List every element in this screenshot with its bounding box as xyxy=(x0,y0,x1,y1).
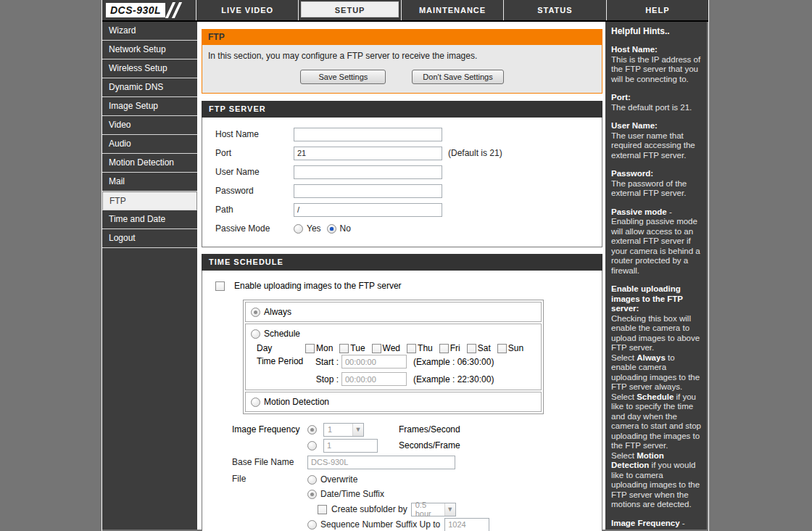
datetime-suffix-radio[interactable] xyxy=(307,490,317,499)
create-subfolder-checkbox[interactable] xyxy=(318,505,327,514)
password-input[interactable] xyxy=(294,184,442,198)
sidebar-item-ftp[interactable]: FTP xyxy=(102,192,197,210)
start-time-input[interactable] xyxy=(341,355,407,369)
overwrite-radio[interactable] xyxy=(307,475,317,485)
logo-cell: DCS-930L xyxy=(102,0,196,20)
day-item-sat: Sat xyxy=(467,343,491,353)
sidebar-item-wireless-setup[interactable]: Wireless Setup xyxy=(102,59,197,78)
always-label: Always xyxy=(264,307,291,317)
frames-per-second-radio[interactable] xyxy=(307,425,317,435)
day-checkbox-wed[interactable] xyxy=(372,344,381,353)
schedule-label: Schedule xyxy=(264,329,300,339)
sidebar-item-image-setup[interactable]: Image Setup xyxy=(102,97,197,116)
day-checkbox-sun[interactable] xyxy=(497,344,507,353)
sidebar-item-dynamic-dns[interactable]: Dynamic DNS xyxy=(102,78,197,97)
passive-mode-no-label: No xyxy=(340,223,351,234)
sequence-suffix-radio[interactable] xyxy=(307,520,317,530)
help-sections: Host Name:This is the IP address of the … xyxy=(611,45,701,530)
port-default-note: (Default is 21) xyxy=(448,148,502,158)
app-frame: DCS-930L LIVE VIDEOSETUPMAINTENANCESTATU… xyxy=(102,0,709,531)
tab-help[interactable]: HELP xyxy=(607,0,708,20)
help-section: Image Frequency - User can choose and de… xyxy=(611,519,701,530)
save-settings-button[interactable]: Save Settings xyxy=(300,70,386,84)
motion-detection-radio[interactable] xyxy=(251,398,260,407)
sidebar-item-network-setup[interactable]: Network Setup xyxy=(102,41,197,59)
subfolder-interval-select[interactable]: 0.5 hour ▼ xyxy=(411,503,456,516)
day-item-tue: Tue xyxy=(339,343,365,353)
stop-time-input[interactable] xyxy=(341,372,407,386)
day-checkbox-tue[interactable] xyxy=(339,344,349,353)
sequence-suffix-label: Sequence Number Suffix Up to xyxy=(320,519,440,530)
chevron-down-icon: ▼ xyxy=(444,503,455,516)
day-label-wed: Wed xyxy=(383,343,400,353)
sidebar-item-video[interactable]: Video xyxy=(102,116,197,135)
help-section: Enable uploading images to the FTP serve… xyxy=(611,284,701,510)
tab-status[interactable]: STATUS xyxy=(504,0,606,20)
day-checkbox-thu[interactable] xyxy=(407,344,416,353)
file-label: File xyxy=(232,472,307,484)
user-name-input[interactable] xyxy=(294,165,442,179)
schedule-radio[interactable] xyxy=(251,329,260,339)
base-file-name-label: Base File Name xyxy=(232,457,307,467)
sidebar-item-motion-detection[interactable]: Motion Detection xyxy=(102,154,197,173)
day-label-sat: Sat xyxy=(478,343,491,353)
sidebar-item-audio[interactable]: Audio xyxy=(102,135,197,154)
seconds-per-frame-unit: Seconds/Frame xyxy=(399,440,460,450)
time-period-label: Time Period xyxy=(257,355,307,366)
day-item-fri: Fri xyxy=(439,343,460,353)
time-schedule-header: TIME SCHEDULE xyxy=(202,254,602,271)
tab-maintenance[interactable]: MAINTENANCE xyxy=(402,0,504,20)
user-name-label: User Name xyxy=(215,167,294,177)
help-section: Host Name:This is the IP address of the … xyxy=(611,45,701,84)
path-label: Path xyxy=(215,205,294,215)
body: WizardNetwork SetupWireless SetupDynamic… xyxy=(102,22,708,530)
motion-detection-label: Motion Detection xyxy=(264,397,329,407)
password-label: Password xyxy=(215,186,294,196)
ftp-intro-title: FTP xyxy=(202,30,602,45)
frames-per-second-unit: Frames/Second xyxy=(399,424,460,435)
host-name-input[interactable] xyxy=(294,128,442,141)
path-input[interactable] xyxy=(294,203,442,217)
sidebar-item-mail[interactable]: Mail xyxy=(102,173,197,192)
base-file-name-input[interactable] xyxy=(307,456,455,469)
day-item-thu: Thu xyxy=(407,343,433,353)
brand-logo: DCS-930L xyxy=(106,3,165,17)
tab-setup[interactable]: SETUP xyxy=(299,0,401,20)
day-checkbox-group: MonTueWedThuFriSatSun xyxy=(305,343,523,353)
image-frequency-label: Image Frequency xyxy=(232,424,307,435)
port-label: Port xyxy=(215,148,294,158)
tab-live-video[interactable]: LIVE VIDEO xyxy=(196,0,299,20)
page: DCS-930L LIVE VIDEOSETUPMAINTENANCESTATU… xyxy=(0,0,812,531)
chevron-down-icon: ▼ xyxy=(352,424,363,436)
day-checkbox-mon[interactable] xyxy=(305,344,315,353)
passive-mode-no-radio[interactable] xyxy=(327,224,336,234)
day-label-tue: Tue xyxy=(350,343,365,353)
seconds-per-frame-input[interactable] xyxy=(323,439,378,453)
start-label: Start : xyxy=(307,357,339,367)
ftp-intro-description: In this section, you may configure a FTP… xyxy=(208,51,596,61)
create-subfolder-label: Create subfolder by xyxy=(331,504,407,514)
frames-per-second-select[interactable]: 1 ▼ xyxy=(323,423,364,437)
sidebar-item-logout[interactable]: Logout xyxy=(102,229,197,248)
port-input[interactable] xyxy=(294,147,442,160)
day-label-fri: Fri xyxy=(450,343,460,353)
day-checkbox-fri[interactable] xyxy=(439,344,449,353)
ftp-intro-panel: FTP In this section, you may configure a… xyxy=(202,29,602,94)
dont-save-settings-button[interactable]: Don't Save Settings xyxy=(412,70,503,84)
nav-tabs: LIVE VIDEOSETUPMAINTENANCESTATUSHELP xyxy=(196,0,708,20)
ftp-server-header: FTP SERVER xyxy=(202,101,602,118)
passive-mode-yes-label: Yes xyxy=(307,223,321,234)
day-checkbox-sat[interactable] xyxy=(467,344,476,353)
ftp-server-section: FTP SERVER Host Name Port (Default is 21… xyxy=(202,101,602,247)
top-nav: DCS-930L LIVE VIDEOSETUPMAINTENANCESTATU… xyxy=(102,0,708,22)
seconds-per-frame-radio[interactable] xyxy=(307,441,317,450)
day-item-sun: Sun xyxy=(497,343,523,353)
sidebar-item-time-and-date[interactable]: Time and Date xyxy=(102,210,197,229)
passive-mode-yes-radio[interactable] xyxy=(294,224,303,234)
enable-upload-checkbox[interactable] xyxy=(215,281,225,291)
day-label: Day xyxy=(257,343,305,353)
sidebar-item-wizard[interactable]: Wizard xyxy=(102,22,197,41)
help-section: Port:The default port is 21. xyxy=(611,93,701,112)
sequence-max-input[interactable] xyxy=(444,518,489,531)
always-radio[interactable] xyxy=(251,308,260,317)
